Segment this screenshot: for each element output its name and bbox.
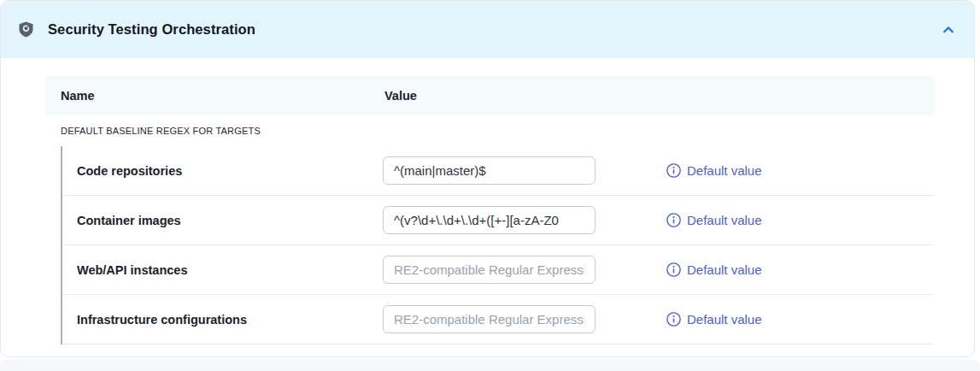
info-icon xyxy=(666,213,681,227)
settings-table: Name Value DEFAULT BASELINE REGEX FOR TA… xyxy=(45,76,934,344)
row-label: Infrastructure configurations xyxy=(77,313,383,327)
section-label: DEFAULT BASELINE REGEX FOR TARGETS xyxy=(45,115,934,146)
security-testing-orchestration-panel: Security Testing Orchestration Name Valu… xyxy=(0,0,975,357)
regex-input-code-repositories[interactable] xyxy=(383,156,596,185)
regex-input-infrastructure-configurations[interactable] xyxy=(383,305,596,333)
default-value-label: Default value xyxy=(687,312,762,327)
table-row-container-images: Container images Default value xyxy=(62,196,934,245)
column-header-name: Name xyxy=(61,89,384,103)
row-label: Web/API instances xyxy=(77,263,383,277)
shield-gear-icon xyxy=(19,21,33,38)
table-row-code-repositories: Code repositories Default value xyxy=(62,146,934,196)
info-icon xyxy=(666,163,681,178)
default-value-link[interactable]: Default value xyxy=(666,163,762,178)
next-section-band[interactable] xyxy=(0,360,980,371)
info-icon xyxy=(666,262,681,277)
rows-group: Code repositories Default value Containe… xyxy=(61,146,934,344)
row-label: Code repositories xyxy=(77,164,383,178)
row-label: Container images xyxy=(77,214,383,227)
column-header-value: Value xyxy=(384,89,417,103)
default-value-link[interactable]: Default value xyxy=(666,312,762,327)
table-row-infrastructure-configurations: Infrastructure configurations Default va… xyxy=(62,295,934,344)
default-value-link[interactable]: Default value xyxy=(666,213,762,227)
panel-title: Security Testing Orchestration xyxy=(48,21,255,38)
chevron-up-icon[interactable] xyxy=(941,22,956,38)
default-value-label: Default value xyxy=(687,213,762,227)
table-header-row: Name Value xyxy=(45,76,934,115)
default-value-link[interactable]: Default value xyxy=(666,262,762,277)
regex-input-web-api-instances[interactable] xyxy=(383,256,596,284)
panel-header[interactable]: Security Testing Orchestration xyxy=(1,1,974,58)
info-icon xyxy=(666,312,681,327)
default-value-label: Default value xyxy=(687,163,762,178)
regex-input-container-images[interactable] xyxy=(383,206,596,234)
table-row-web-api-instances: Web/API instances Default value xyxy=(62,245,934,295)
default-value-label: Default value xyxy=(687,262,762,277)
